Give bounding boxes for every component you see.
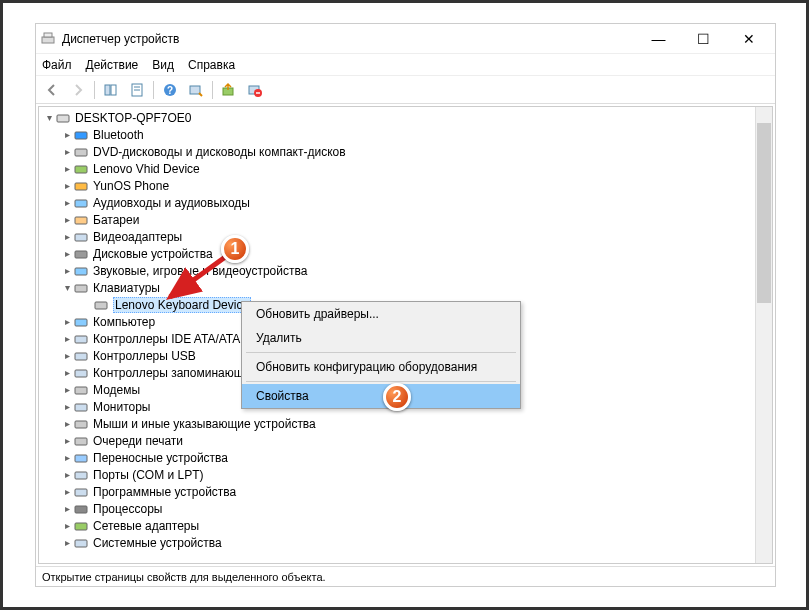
tree-category[interactable]: ▸Процессоры <box>39 500 755 517</box>
tree-category[interactable]: ▸Звуковые, игровые и видеоустройства <box>39 262 755 279</box>
tree-category[interactable]: ▸Порты (COM и LPT) <box>39 466 755 483</box>
svg-rect-3 <box>111 85 116 95</box>
svg-text:?: ? <box>167 85 173 96</box>
expand-icon[interactable]: ▸ <box>61 163 73 174</box>
svg-rect-35 <box>75 472 87 479</box>
expand-icon[interactable]: ▸ <box>61 367 73 378</box>
expand-icon[interactable]: ▸ <box>61 333 73 344</box>
svg-rect-39 <box>75 540 87 547</box>
svg-rect-21 <box>75 234 87 241</box>
device-icon <box>73 144 89 160</box>
tree-category[interactable]: ▸Очереди печати <box>39 432 755 449</box>
device-label: Контроллеры IDE ATA/ATAPI <box>93 332 252 346</box>
device-icon <box>93 297 109 313</box>
expand-icon[interactable]: ▸ <box>61 503 73 514</box>
menu-help[interactable]: Справка <box>188 58 235 72</box>
expand-icon[interactable]: ▸ <box>61 418 73 429</box>
svg-rect-9 <box>190 86 200 94</box>
expand-icon[interactable]: ▸ <box>61 231 73 242</box>
tree-category[interactable]: ▸Сетевые адаптеры <box>39 517 755 534</box>
expand-icon[interactable]: ▸ <box>61 537 73 548</box>
device-label: Мыши и иные указывающие устройства <box>93 417 316 431</box>
expand-icon[interactable]: ▸ <box>61 180 73 191</box>
tree-category[interactable]: ▸Bluetooth <box>39 126 755 143</box>
device-icon <box>73 399 89 415</box>
help-button[interactable]: ? <box>158 79 182 101</box>
device-label: YunOS Phone <box>93 179 169 193</box>
tree-category[interactable]: ▸Системные устройства <box>39 534 755 551</box>
tree-category[interactable]: ▾Клавиатуры <box>39 279 755 296</box>
menu-action[interactable]: Действие <box>86 58 139 72</box>
expand-icon[interactable]: ▸ <box>61 146 73 157</box>
expand-icon[interactable]: ▸ <box>61 452 73 463</box>
tree-category[interactable]: ▸Мыши и иные указывающие устройства <box>39 415 755 432</box>
expand-icon[interactable]: ▸ <box>61 384 73 395</box>
uninstall-button[interactable] <box>243 79 267 101</box>
callout-1: 1 <box>221 235 249 263</box>
update-driver-button[interactable] <box>217 79 241 101</box>
expand-icon[interactable]: ▾ <box>61 282 73 293</box>
expand-icon[interactable]: ▸ <box>61 214 73 225</box>
device-icon <box>73 263 89 279</box>
svg-rect-0 <box>42 37 54 43</box>
tree-root[interactable]: ▾DESKTOP-QPF7OE0 <box>39 109 755 126</box>
statusbar: Открытие страницы свойств для выделенног… <box>36 566 775 586</box>
svg-rect-27 <box>75 336 87 343</box>
menu-file[interactable]: Файл <box>42 58 72 72</box>
tree-category[interactable]: ▸Батареи <box>39 211 755 228</box>
device-label: Системные устройства <box>93 536 222 550</box>
minimize-button[interactable]: — <box>636 25 681 53</box>
device-icon <box>73 331 89 347</box>
ctx-scan-hardware[interactable]: Обновить конфигурацию оборудования <box>242 355 520 379</box>
device-icon <box>73 246 89 262</box>
tree-category[interactable]: ▸Переносные устройства <box>39 449 755 466</box>
ctx-update-drivers[interactable]: Обновить драйверы... <box>242 302 520 326</box>
device-icon <box>73 416 89 432</box>
forward-button[interactable] <box>66 79 90 101</box>
tree-category[interactable]: ▸YunOS Phone <box>39 177 755 194</box>
show-hide-button[interactable] <box>99 79 123 101</box>
expand-icon[interactable]: ▸ <box>61 316 73 327</box>
expand-icon[interactable]: ▾ <box>43 112 55 123</box>
expand-icon[interactable]: ▸ <box>61 197 73 208</box>
close-button[interactable]: ✕ <box>726 25 771 53</box>
expand-icon[interactable]: ▸ <box>61 248 73 259</box>
svg-rect-36 <box>75 489 87 496</box>
svg-rect-20 <box>75 217 87 224</box>
properties-button[interactable] <box>125 79 149 101</box>
ctx-properties[interactable]: Свойства <box>242 384 520 408</box>
tree-category[interactable]: ▸Программные устройства <box>39 483 755 500</box>
tree-category[interactable]: ▸Аудиовходы и аудиовыходы <box>39 194 755 211</box>
expand-icon[interactable]: ▸ <box>61 401 73 412</box>
maximize-button[interactable]: ☐ <box>681 25 726 53</box>
context-menu: Обновить драйверы... Удалить Обновить ко… <box>241 301 521 409</box>
ctx-delete[interactable]: Удалить <box>242 326 520 350</box>
tree-category[interactable]: ▸DVD-дисководы и дисководы компакт-диско… <box>39 143 755 160</box>
tree-category[interactable]: ▸Lenovo Vhid Device <box>39 160 755 177</box>
expand-icon[interactable]: ▸ <box>61 486 73 497</box>
menu-view[interactable]: Вид <box>152 58 174 72</box>
svg-rect-24 <box>75 285 87 292</box>
device-icon <box>73 467 89 483</box>
expand-icon[interactable]: ▸ <box>61 265 73 276</box>
expand-icon[interactable]: ▸ <box>61 520 73 531</box>
scan-button[interactable] <box>184 79 208 101</box>
tree-category[interactable]: ▸Дисковые устройства <box>39 245 755 262</box>
svg-rect-1 <box>44 33 52 37</box>
expand-icon[interactable]: ▸ <box>61 129 73 140</box>
expand-icon[interactable]: ▸ <box>61 435 73 446</box>
expand-icon[interactable]: ▸ <box>61 350 73 361</box>
expand-icon[interactable]: ▸ <box>61 469 73 480</box>
svg-rect-31 <box>75 404 87 411</box>
tree-category[interactable]: ▸Видеоадаптеры <box>39 228 755 245</box>
svg-rect-33 <box>75 438 87 445</box>
device-label: Сетевые адаптеры <box>93 519 199 533</box>
svg-rect-38 <box>75 523 87 530</box>
device-label: Компьютер <box>93 315 155 329</box>
device-icon <box>73 178 89 194</box>
back-button[interactable] <box>40 79 64 101</box>
device-label: Видеоадаптеры <box>93 230 182 244</box>
vertical-scrollbar[interactable] <box>755 107 772 563</box>
device-label: Контроллеры USB <box>93 349 196 363</box>
svg-rect-34 <box>75 455 87 462</box>
